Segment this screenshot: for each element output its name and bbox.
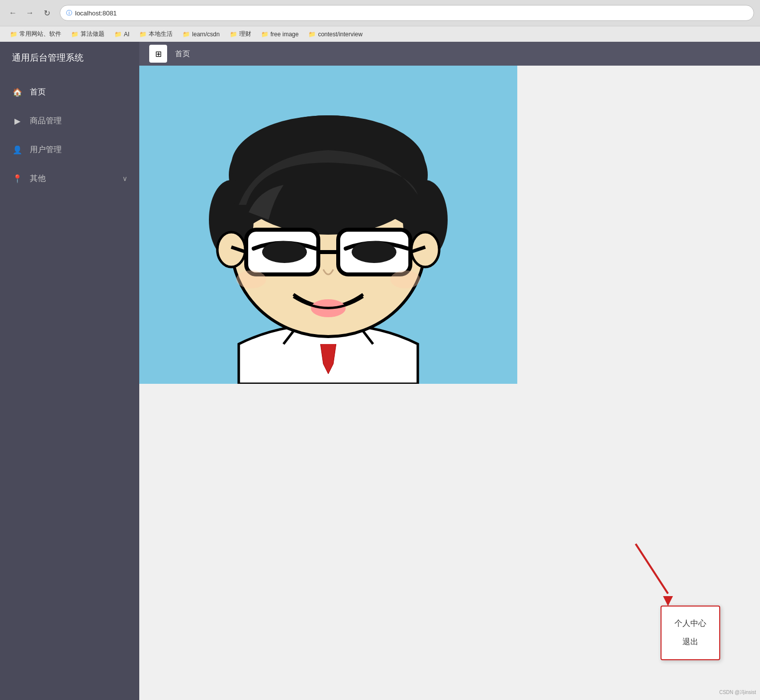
address-bar[interactable]: ⓘ localhost:8081 [60, 5, 754, 21]
grid-icon: ⊞ [155, 49, 162, 59]
avatar-image [139, 66, 517, 384]
browser-window: ← → ↻ ⓘ localhost:8081 📁常用网站、软件📁算法做题📁AI📁… [0, 0, 760, 42]
back-button[interactable]: ← [6, 6, 20, 20]
sidebar-item-其他[interactable]: 📍其他∨ [0, 164, 139, 193]
cartoon-svg [139, 66, 517, 384]
watermark: CSDN @冯insist [719, 689, 756, 696]
svg-point-19 [262, 241, 307, 263]
logout-button[interactable]: 退出 [673, 633, 707, 651]
sidebar: 通用后台管理系统 🏠首页▶商品管理👤用户管理📍其他∨ [0, 42, 139, 700]
sidebar-item-label: 首页 [30, 87, 127, 97]
sidebar-nav: 🏠首页▶商品管理👤用户管理📍其他∨ [0, 74, 139, 700]
bookmark-item[interactable]: 📁learn/csdn [179, 30, 223, 39]
bookmark-item[interactable]: 📁contest/interview [304, 30, 366, 39]
app-container: 通用后台管理系统 🏠首页▶商品管理👤用户管理📍其他∨ ⊞ 首页 [0, 42, 760, 700]
bookmark-item[interactable]: 📁理财 [226, 29, 255, 39]
sidebar-item-label: 用户管理 [30, 145, 127, 155]
reload-button[interactable]: ↻ [40, 6, 54, 20]
content-header: ⊞ 首页 [139, 42, 760, 66]
bookmark-item[interactable]: 📁本地生活 [135, 29, 177, 39]
bookmark-item[interactable]: 📁AI [110, 30, 133, 39]
personal-center-button[interactable]: 个人中心 [673, 614, 707, 633]
content-body: 个人中心 退出 CSDN @冯insist [139, 66, 760, 700]
svg-line-24 [636, 544, 668, 594]
home-icon: 🏠 [12, 87, 23, 97]
bookmark-item[interactable]: 📁常用网站、软件 [6, 29, 65, 39]
sidebar-item-商品管理[interactable]: ▶商品管理 [0, 106, 139, 135]
nav-buttons: ← → ↻ [6, 6, 54, 20]
sidebar-item-首页[interactable]: 🏠首页 [0, 78, 139, 106]
forward-button[interactable]: → [23, 6, 37, 20]
sidebar-item-label: 商品管理 [30, 116, 127, 126]
bookmark-item[interactable]: 📁free image [257, 30, 303, 39]
location-icon: 📍 [12, 173, 23, 184]
sidebar-toggle-button[interactable]: ⊞ [149, 45, 167, 63]
breadcrumb: 首页 [175, 49, 190, 59]
svg-point-22 [236, 270, 266, 288]
bookmark-item[interactable]: 📁算法做题 [67, 29, 108, 39]
lock-icon: ⓘ [66, 9, 72, 17]
sidebar-item-用户管理[interactable]: 👤用户管理 [0, 135, 139, 164]
sidebar-title: 通用后台管理系统 [0, 42, 139, 74]
browser-toolbar: ← → ↻ ⓘ localhost:8081 [0, 0, 760, 26]
play-circle-icon: ▶ [12, 115, 23, 126]
red-arrow [631, 539, 680, 611]
svg-marker-25 [663, 596, 673, 606]
bookmarks-bar: 📁常用网站、软件📁算法做题📁AI📁本地生活📁learn/csdn📁理财📁free… [0, 26, 760, 42]
sidebar-item-label: 其他 [30, 174, 115, 184]
chevron-down-icon: ∨ [122, 175, 127, 182]
svg-point-23 [390, 270, 420, 288]
url-text: localhost:8081 [75, 9, 117, 17]
popup-menu: 个人中心 退出 [661, 606, 720, 660]
svg-point-20 [352, 241, 396, 263]
user-icon: 👤 [12, 144, 23, 155]
